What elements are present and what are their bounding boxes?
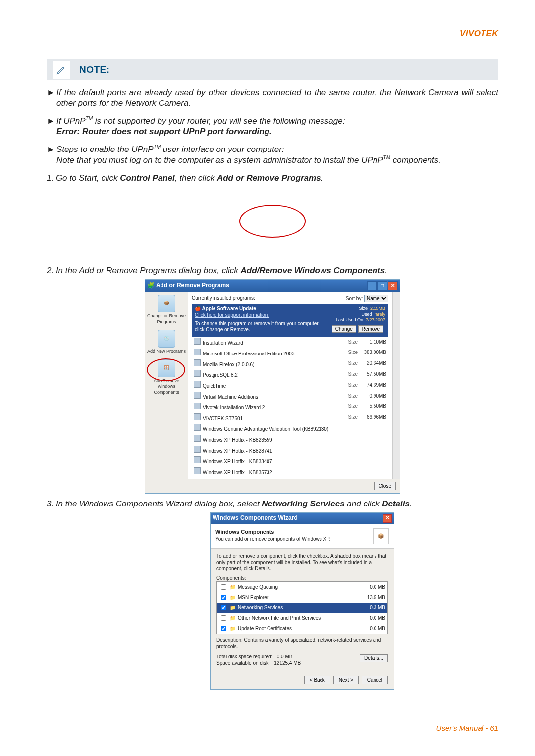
- step-3: 3. In the Windows Components Wizard dial…: [47, 499, 498, 509]
- step-2: 2. In the Add or Remove Programs dialog …: [47, 265, 498, 276]
- page-footer: User's Manual - 61: [436, 724, 498, 732]
- box-icon: 📦: [158, 295, 175, 312]
- component-item[interactable]: 📁 Other Network File and Print Services0…: [217, 613, 387, 623]
- app-icon: [194, 456, 201, 463]
- program-row[interactable]: Virtual Machine AdditionsSize0.90MB: [192, 391, 388, 402]
- app-icon: [194, 392, 201, 399]
- component-checkbox[interactable]: [221, 605, 226, 610]
- folder-icon: 📁: [230, 595, 236, 601]
- red-ellipse-placeholder: [239, 205, 306, 238]
- selected-program-row[interactable]: 🍎 Apple Software Update Click here for s…: [192, 304, 388, 337]
- wizard-heading: Windows Components: [215, 528, 330, 535]
- change-remove-hint: To change this program or remove it from…: [195, 321, 330, 334]
- component-item[interactable]: 📁 Networking Services0.3 MB: [217, 603, 387, 613]
- component-item[interactable]: 📁 Update Root Certificates0.0 MB: [217, 623, 387, 634]
- bullet-arrow-icon: ►: [47, 116, 56, 138]
- component-checkbox[interactable]: [221, 584, 226, 590]
- next-button[interactable]: Next >: [333, 676, 359, 684]
- component-checkbox[interactable]: [221, 595, 226, 600]
- currently-installed-label: Currently installed programs:: [192, 295, 255, 302]
- cd-icon: 💿: [158, 330, 175, 348]
- sidebar-change-remove[interactable]: 📦 Change or Remove Programs: [147, 295, 186, 325]
- back-button[interactable]: < Back: [304, 676, 330, 684]
- app-icon: [194, 403, 201, 409]
- sidebar: 📦 Change or Remove Programs 💿 Add New Pr…: [145, 292, 188, 479]
- folder-icon: 📁: [230, 615, 236, 622]
- bullet-arrow-icon: ►: [47, 144, 56, 166]
- component-icon: 📦: [373, 528, 389, 544]
- sidebar-add-new[interactable]: 💿 Add New Programs: [147, 330, 186, 354]
- folder-icon: 📁: [230, 626, 236, 632]
- app-icon: [194, 435, 201, 442]
- program-row[interactable]: Windows XP Hotfix - KB835732: [192, 466, 388, 477]
- program-row[interactable]: VIVOTEK ST7501Size66.96MB: [192, 412, 388, 423]
- step-1: 1. Go to Start, click Control Panel, the…: [47, 173, 498, 184]
- maximize-icon[interactable]: □: [377, 281, 387, 290]
- minimize-icon[interactable]: _: [367, 281, 377, 290]
- close-button[interactable]: Close: [374, 482, 396, 490]
- pencil-icon: [56, 64, 67, 75]
- note-label: NOTE:: [79, 64, 110, 75]
- note-header-bar: NOTE:: [47, 59, 498, 80]
- red-circle-highlight: [147, 358, 185, 381]
- manual-page: VIVOTEK NOTE: ► If the default ports are…: [0, 0, 535, 756]
- app-icon: [194, 467, 201, 474]
- components-label: Components:: [216, 575, 388, 582]
- note-bullet-1: If the default ports are already used by…: [56, 87, 498, 109]
- app-icon: [194, 424, 201, 431]
- disk-available-label: Space available on disk:: [216, 660, 270, 666]
- program-row[interactable]: Windows Genuine Advantage Validation Too…: [192, 423, 388, 434]
- app-icon: [194, 413, 201, 420]
- app-icon: [194, 370, 201, 377]
- component-checkbox[interactable]: [221, 626, 226, 631]
- brand-header: VIVOTEK: [460, 29, 498, 39]
- sort-by-label: Sort by:: [346, 296, 363, 301]
- app-icon: [194, 381, 201, 388]
- wizard-subheading: You can add or remove components of Wind…: [215, 536, 330, 543]
- note-pencil-icon: [53, 61, 70, 79]
- wizard-description: To add or remove a component, click the …: [216, 554, 388, 572]
- program-row[interactable]: PostgreSQL 8.2Size57.50MB: [192, 369, 388, 380]
- window-titlebar: Windows Components Wizard ✕: [211, 513, 394, 524]
- app-icon: [194, 338, 201, 345]
- components-listbox[interactable]: 📁 Message Queuing0.0 MB 📁 MSN Explorer13…: [216, 581, 388, 634]
- support-info-link[interactable]: Click here for support information.: [195, 312, 269, 318]
- component-checkbox[interactable]: [221, 615, 226, 621]
- sort-by-select[interactable]: Name: [364, 295, 388, 302]
- disk-required-label: Total disk space required:: [216, 654, 272, 659]
- app-icon: [194, 359, 201, 366]
- program-row[interactable]: Microsoft Office Professional Edition 20…: [192, 348, 388, 358]
- component-item[interactable]: 📁 Message Queuing0.0 MB: [217, 582, 387, 592]
- program-row[interactable]: Vivotek Installation Wizard 2Size5.50MB: [192, 402, 388, 412]
- app-icon: [194, 446, 201, 453]
- close-icon[interactable]: ✕: [383, 514, 392, 523]
- note-bullet-3: Steps to enable the UPnPTM user interfac…: [56, 144, 498, 166]
- close-icon[interactable]: ✕: [388, 281, 398, 290]
- window-titlebar: 🧩 Add or Remove Programs _ □ ✕: [145, 280, 400, 292]
- change-button[interactable]: Change: [332, 325, 356, 333]
- app-icon: [194, 349, 201, 355]
- cancel-button[interactable]: Cancel: [362, 676, 388, 684]
- program-row[interactable]: Windows XP Hotfix - KB833407: [192, 455, 388, 466]
- program-row[interactable]: Windows XP Hotfix - KB823559: [192, 434, 388, 445]
- windows-components-wizard-window: Windows Components Wizard ✕ Windows Comp…: [210, 512, 394, 689]
- bullet-arrow-icon: ►: [47, 87, 56, 109]
- program-row[interactable]: Windows XP Hotfix - KB828741: [192, 445, 388, 455]
- scrollbar[interactable]: [392, 292, 400, 479]
- details-button[interactable]: Details...: [360, 654, 388, 662]
- program-row[interactable]: Mozilla Firefox (2.0.0.6)Size20.34MB: [192, 358, 388, 369]
- selection-description: Description: Contains a variety of speci…: [216, 637, 388, 650]
- program-list: Installation WizardSize1.10MBMicrosoft O…: [192, 337, 388, 477]
- folder-icon: 📁: [230, 584, 236, 591]
- note-bullet-2: If UPnPTM is not supported by your route…: [56, 116, 498, 138]
- add-remove-programs-window: 🧩 Add or Remove Programs _ □ ✕ 📦 Change …: [145, 279, 400, 494]
- folder-icon: 📁: [230, 605, 236, 611]
- sidebar-windows-components[interactable]: 🪟 Add/Remove Windows Components: [147, 359, 186, 396]
- program-row[interactable]: QuickTimeSize74.39MB: [192, 380, 388, 391]
- remove-button[interactable]: Remove: [358, 325, 383, 333]
- program-row[interactable]: Installation WizardSize1.10MB: [192, 337, 388, 348]
- component-item[interactable]: 📁 MSN Explorer13.5 MB: [217, 592, 387, 603]
